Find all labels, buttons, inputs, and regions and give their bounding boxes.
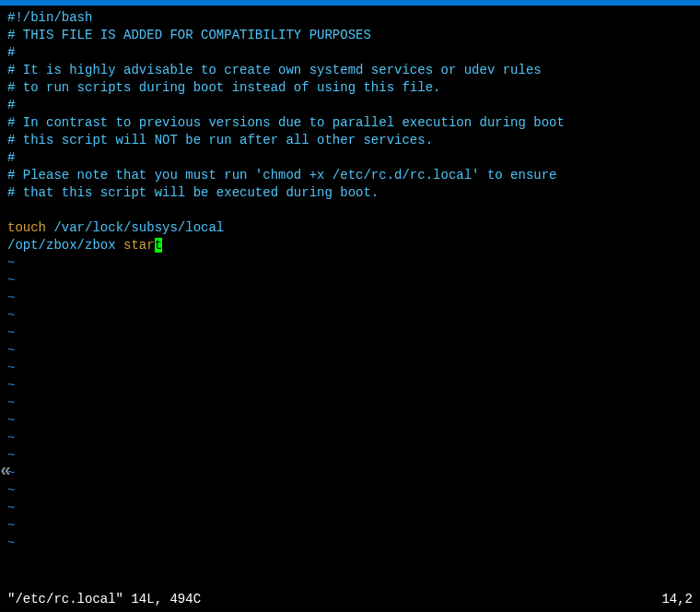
empty-line-tilde: ~ bbox=[7, 447, 693, 465]
vim-editor-content[interactable]: #!/bin/bash# THIS FILE IS ADDED FOR COMP… bbox=[0, 6, 700, 556]
empty-line-tilde: ~ bbox=[7, 517, 693, 535]
scroll-indicator: « bbox=[0, 465, 11, 477]
code-line: touch /var/lock/subsys/local bbox=[7, 219, 693, 237]
code-line: # It is highly advisable to create own s… bbox=[7, 62, 693, 79]
empty-line-tilde: ~ bbox=[7, 377, 693, 394]
code-line: # bbox=[7, 97, 693, 114]
empty-line-tilde: ~ bbox=[7, 394, 693, 412]
code-line: # that this script will be executed duri… bbox=[7, 184, 693, 202]
code-line: # bbox=[7, 149, 693, 167]
empty-line-tilde: ~ bbox=[7, 307, 693, 324]
code-line: # bbox=[7, 44, 693, 62]
code-line: # this script will NOT be run after all … bbox=[7, 132, 693, 149]
empty-line-tilde: ~ bbox=[7, 342, 693, 359]
empty-line-tilde: ~ bbox=[7, 500, 693, 517]
code-line bbox=[7, 202, 693, 219]
cursor: t bbox=[155, 238, 162, 253]
empty-line-tilde: ~ bbox=[7, 289, 693, 307]
status-cursor-position: 14,2 bbox=[661, 591, 693, 608]
empty-line-tilde: ~ bbox=[7, 482, 693, 500]
code-line: # THIS FILE IS ADDED FOR COMPATIBILITY P… bbox=[7, 27, 693, 44]
empty-line-tilde: ~ bbox=[7, 412, 693, 430]
empty-line-tilde: ~ bbox=[7, 359, 693, 377]
code-line: /opt/zbox/zbox start bbox=[7, 237, 693, 254]
code-line: # Please note that you must run 'chmod +… bbox=[7, 167, 693, 184]
status-file-info: "/etc/rc.local" 14L, 494C bbox=[7, 591, 201, 608]
code-line: # In contrast to previous versions due t… bbox=[7, 114, 693, 132]
empty-line-tilde: ~ bbox=[7, 254, 693, 272]
code-line: # to run scripts during boot instead of … bbox=[7, 79, 693, 97]
empty-line-tilde: ~ bbox=[7, 272, 693, 289]
empty-line-tilde: ~ bbox=[7, 324, 693, 342]
empty-line-tilde: ~ bbox=[7, 535, 693, 552]
empty-line-tilde: ~ bbox=[7, 430, 693, 447]
code-line: #!/bin/bash bbox=[7, 9, 693, 27]
vim-status-bar: "/etc/rc.local" 14L, 494C 14,2 bbox=[0, 591, 700, 612]
empty-line-tilde: ~ bbox=[7, 465, 693, 482]
